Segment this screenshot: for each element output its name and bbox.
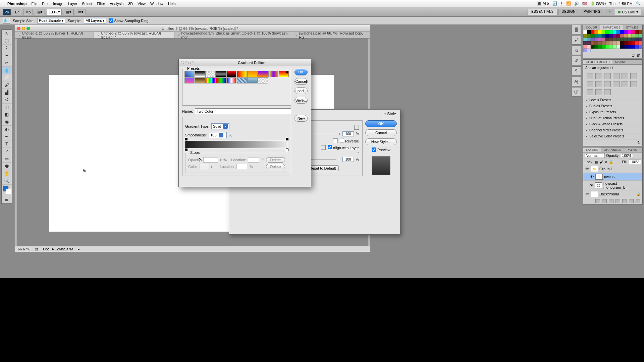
swatch[interactable] (631, 30, 635, 34)
status-zoom[interactable]: 66.67% (18, 247, 30, 251)
collapsed-paragraph-icon[interactable]: ¶ (572, 66, 581, 76)
history-brush-tool-icon[interactable]: ↺ (2, 96, 12, 104)
swatch[interactable] (639, 41, 642, 45)
menu-filter[interactable]: Filter (97, 2, 105, 6)
menu-layer[interactable]: Layer (68, 2, 77, 6)
preset-grid[interactable] (184, 71, 289, 83)
ge-color-location-input[interactable] (236, 164, 248, 169)
adj-posterize-icon[interactable] (630, 81, 637, 87)
close-icon[interactable] (17, 27, 20, 30)
blur-tool-icon[interactable]: ◉ (2, 118, 12, 126)
swatch[interactable] (583, 30, 587, 34)
pen-tool-icon[interactable]: ✒ (2, 133, 12, 140)
swatch[interactable] (620, 45, 624, 49)
gradient-preset[interactable] (258, 71, 268, 77)
adj-color-balance-icon[interactable] (587, 81, 593, 87)
tab-swatches[interactable]: SWATCHES (600, 25, 623, 30)
swatch[interactable] (587, 34, 591, 38)
swatch[interactable] (605, 30, 609, 34)
swatch[interactable] (591, 30, 594, 34)
adj-invert-icon[interactable] (622, 81, 628, 87)
menubar-day[interactable]: Thu (609, 2, 615, 6)
move-tool-icon[interactable]: ↖ (2, 30, 12, 37)
swatch[interactable] (591, 41, 594, 45)
swatch[interactable] (635, 41, 639, 45)
gradient-preset[interactable] (247, 77, 257, 83)
color-swatches[interactable] (2, 185, 12, 196)
adj-selective-color-icon[interactable] (604, 89, 611, 95)
brush-tool-icon[interactable]: 🖌 (2, 81, 12, 89)
swatch[interactable] (635, 30, 639, 34)
preset-item[interactable]: Curves Presets (583, 103, 642, 109)
swatch[interactable] (639, 38, 642, 41)
swatch[interactable] (602, 30, 605, 34)
swatch[interactable] (598, 30, 602, 34)
menu-analysis[interactable]: Analysis (110, 2, 123, 6)
gradient-preset[interactable] (184, 77, 195, 83)
swatch[interactable] (616, 45, 620, 49)
swatch[interactable] (587, 30, 591, 34)
swatch[interactable] (628, 41, 631, 45)
swatch[interactable] (624, 45, 628, 49)
group-icon[interactable] (622, 199, 627, 203)
gradient-preset[interactable] (216, 77, 226, 83)
collapsed-history-icon[interactable]: ↺ (572, 56, 581, 65)
swatch-grid[interactable] (583, 30, 642, 52)
collapsed-clone-icon[interactable]: ⧉ (572, 46, 581, 55)
swatch[interactable] (616, 38, 620, 41)
ge-minimize-icon[interactable] (185, 61, 189, 64)
stamp-tool-icon[interactable]: ▟ (2, 89, 12, 96)
new-layer-icon[interactable] (629, 199, 634, 203)
ls-ok-button[interactable]: OK (365, 120, 397, 127)
adj-bw-icon[interactable] (595, 81, 602, 87)
swatch[interactable] (583, 45, 587, 49)
swatch[interactable] (616, 41, 620, 45)
ge-ok-button[interactable]: OK (294, 69, 308, 75)
cs-live-button[interactable]: CS Live ▾ (615, 9, 641, 15)
swatch[interactable] (635, 45, 639, 49)
visibility-icon[interactable]: 👁 (589, 175, 594, 179)
ge-delete-opacity-button[interactable]: Delete (266, 157, 285, 163)
ge-opacity-input[interactable] (203, 157, 218, 163)
color-stop-right[interactable] (286, 148, 288, 151)
ls-opacity-input[interactable] (342, 131, 354, 136)
swatch[interactable] (616, 30, 620, 34)
swatch[interactable] (583, 34, 587, 38)
adj-channel-mixer-icon[interactable] (613, 81, 620, 87)
swatch[interactable] (631, 45, 635, 49)
swatch[interactable] (609, 45, 613, 49)
adj-vibrance-icon[interactable] (622, 73, 628, 79)
doc-tab-3[interactable]: ×swatches.psd @ 66.7% (Howcast logo, RG.… (292, 32, 370, 38)
color-stop-left[interactable] (185, 148, 187, 151)
bluetooth-icon[interactable]: ᛒ (560, 2, 563, 6)
lock-position-icon[interactable]: ✥ (604, 160, 607, 164)
zoom-icon[interactable] (26, 27, 30, 30)
swatch[interactable] (628, 34, 631, 38)
adj-photo-filter-icon[interactable] (604, 81, 611, 87)
visibility-icon[interactable]: 👁 (585, 192, 589, 196)
spotlight-icon[interactable]: 🔍 (636, 1, 641, 6)
gradient-preset[interactable] (184, 71, 195, 77)
doc-tab-2[interactable]: ×howcast-monogram_Black as Smart Object-… (174, 32, 292, 38)
adj-curves-icon[interactable] (604, 73, 611, 79)
swatch[interactable] (609, 38, 613, 41)
swatch[interactable] (609, 41, 613, 45)
ge-new-button[interactable]: New (294, 115, 308, 122)
adj-threshold-icon[interactable] (587, 89, 593, 95)
ge-presets-menu-icon[interactable]: ◉ (285, 70, 289, 74)
swatch[interactable] (624, 30, 628, 34)
swatch[interactable] (616, 34, 620, 38)
quick-mask-icon[interactable]: ◙ (2, 196, 12, 203)
gradient-preset[interactable] (268, 71, 278, 77)
ge-zoom-icon[interactable] (190, 61, 194, 64)
swatch[interactable] (602, 45, 605, 49)
zoom-level[interactable]: 100% ▾ (47, 9, 62, 15)
ge-type-select[interactable]: Solid▾ (211, 123, 229, 129)
swatch[interactable] (635, 38, 639, 41)
swatch[interactable] (583, 49, 587, 52)
ge-close-icon[interactable] (181, 61, 184, 64)
fx-icon[interactable] (602, 199, 607, 203)
dodge-tool-icon[interactable]: ◐ (2, 126, 12, 133)
gradient-preset[interactable] (237, 71, 247, 77)
tab-masks[interactable]: MASKS (612, 60, 629, 64)
